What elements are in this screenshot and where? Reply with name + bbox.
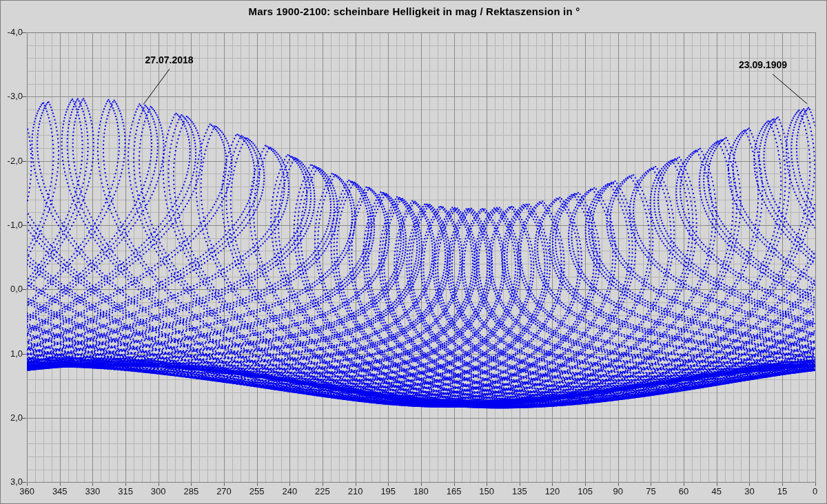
x-tick-label: 45 (702, 487, 732, 496)
y-tick-label: 0,0 (2, 284, 23, 294)
x-tick-label: 75 (635, 487, 666, 496)
x-tick-label: 240 (274, 487, 305, 496)
x-tick-label: 345 (45, 487, 75, 496)
y-tick-label: -4,0 (2, 28, 23, 37)
annotation-1909: 23.09.1909 (739, 59, 787, 70)
x-tick-label: 135 (504, 487, 535, 496)
y-tick-label: 2,0 (2, 413, 23, 423)
x-tick-label: 270 (209, 487, 239, 496)
chart-title: Mars 1900-2100: scheinbare Helligkeit in… (1, 6, 827, 17)
x-tick-label: 30 (734, 487, 764, 496)
x-tick-label: 120 (537, 487, 567, 496)
y-tick-label: -2,0 (2, 156, 23, 166)
y-tick-label: 1,0 (2, 349, 23, 359)
y-tick-label: -3,0 (2, 92, 23, 101)
annotation-2018: 27.07.2018 (145, 54, 194, 65)
x-tick-label: 360 (12, 487, 42, 496)
x-tick-label: 285 (176, 487, 206, 496)
x-tick-label: 300 (143, 487, 174, 496)
x-tick-label: 210 (340, 487, 371, 496)
x-tick-label: 0 (800, 487, 827, 496)
x-tick-label: 180 (406, 487, 436, 496)
x-tick-label: 15 (767, 487, 797, 496)
screenshot-root: { "title": "Mars 1900-2100: scheinbare H… (0, 0, 827, 504)
x-tick-label: 330 (77, 487, 108, 496)
y-tick-label: 3,0 (2, 477, 23, 487)
x-tick-label: 195 (373, 487, 403, 496)
x-tick-label: 255 (242, 487, 272, 496)
x-tick-label: 225 (307, 487, 338, 496)
x-tick-label: 315 (110, 487, 141, 496)
x-tick-label: 150 (471, 487, 502, 496)
x-tick-label: 90 (603, 487, 633, 496)
x-tick-label: 60 (668, 487, 699, 496)
x-tick-label: 165 (439, 487, 469, 496)
y-tick-label: -1,0 (2, 220, 23, 230)
x-tick-label: 105 (570, 487, 600, 496)
chart-canvas (1, 1, 827, 504)
